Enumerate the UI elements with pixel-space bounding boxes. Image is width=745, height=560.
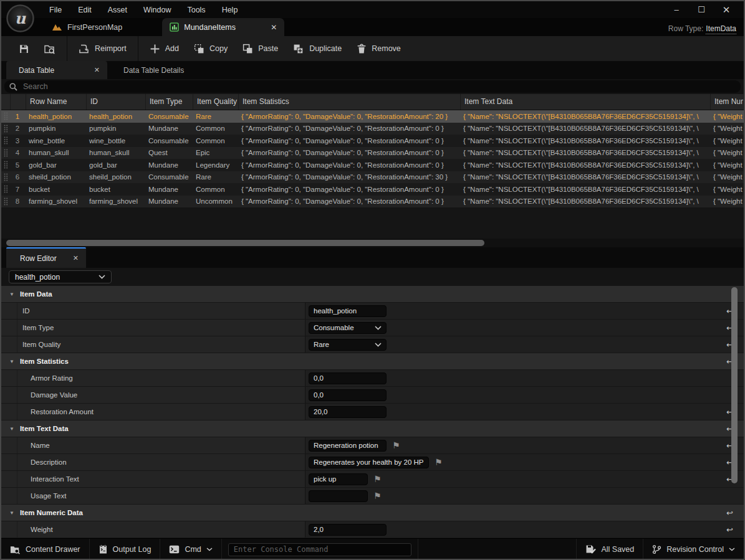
row-drag-handle[interactable]: [1, 161, 10, 169]
tab-mundane-items[interactable]: MundaneItems ✕: [162, 18, 284, 36]
menu-window[interactable]: Window: [135, 2, 179, 17]
property-label-cell[interactable]: ▼ Usage Text: [1, 488, 305, 504]
property-value-widget[interactable]: 0,0: [309, 389, 387, 401]
row-drag-handle[interactable]: [1, 173, 10, 181]
row-type-link[interactable]: ItemData: [706, 24, 736, 34]
tab-row-editor[interactable]: Row Editor ✕: [6, 247, 86, 268]
copy-button[interactable]: Copy: [186, 36, 235, 61]
all-saved-button[interactable]: All Saved: [576, 539, 643, 560]
column-header-item-text-data[interactable]: Item Text Data: [461, 94, 711, 110]
menu-file[interactable]: File: [41, 2, 70, 17]
property-value-widget[interactable]: 0,0: [309, 373, 387, 384]
property-label-cell[interactable]: ▼ Item Statistics: [1, 353, 305, 369]
unreal-logo-icon[interactable]: u: [6, 4, 35, 33]
table-row[interactable]: 4 human_skull human_skull Quest Epic { "…: [1, 147, 744, 159]
add-row-button[interactable]: Add: [142, 36, 186, 61]
browse-to-asset-button[interactable]: [37, 36, 63, 61]
remove-button[interactable]: Remove: [349, 36, 408, 61]
menu-edit[interactable]: Edit: [70, 2, 100, 17]
search-input[interactable]: [22, 82, 736, 92]
horizontal-scrollbar-thumb[interactable]: [6, 240, 484, 246]
row-drag-handle[interactable]: [1, 112, 10, 120]
close-window-button[interactable]: ✕: [714, 1, 739, 18]
property-label-cell[interactable]: ▼ Interaction Text: [1, 471, 305, 487]
property-label-cell[interactable]: ▼ Item Quality: [1, 336, 305, 353]
console-command-input[interactable]: [228, 543, 411, 556]
localization-flag-icon[interactable]: ⚑: [392, 441, 400, 450]
table-row[interactable]: 5 gold_bar gold_bar Mundane Legendary { …: [1, 159, 744, 171]
table-row[interactable]: 7 bucket bucket Mundane Common { "ArmorR…: [1, 183, 744, 196]
property-value-widget[interactable]: Regeneration potion: [309, 440, 387, 452]
reset-to-default-icon[interactable]: ↩: [726, 508, 733, 518]
property-label-cell[interactable]: ▼ Description: [1, 454, 305, 470]
row-drag-handle[interactable]: [1, 185, 10, 193]
revision-control-button[interactable]: Revision Control: [643, 539, 744, 560]
property-label-cell[interactable]: ▼ ID: [1, 303, 305, 319]
property-value-widget[interactable]: 20,0: [309, 406, 387, 418]
property-value-widget[interactable]: [309, 490, 368, 502]
output-log-button[interactable]: Output Log: [90, 539, 161, 560]
property-value-widget[interactable]: Regenerates your health by 20 HP: [309, 457, 429, 468]
column-header-item-statistics[interactable]: Item Statistics: [239, 94, 461, 110]
save-button[interactable]: [11, 36, 37, 61]
property-label-cell[interactable]: ▼ Name: [1, 437, 305, 453]
paste-button[interactable]: Paste: [235, 36, 286, 61]
property-label-cell[interactable]: ▼ Restoration Amount: [1, 404, 305, 420]
tab-data-table-details[interactable]: Data Table Details: [107, 61, 200, 79]
property-label-cell[interactable]: ▼ Damage Value: [1, 387, 305, 403]
row-drag-handle[interactable]: [1, 125, 10, 133]
maximize-button[interactable]: ☐: [689, 1, 714, 18]
tab-level[interactable]: FirstPersonMap: [45, 18, 130, 36]
search-box[interactable]: [4, 80, 741, 93]
property-label-cell[interactable]: ▼ Weight: [1, 521, 305, 538]
property-label-cell[interactable]: ▼ Item Numeric Data: [1, 505, 305, 521]
menu-help[interactable]: Help: [214, 2, 246, 17]
property-label-cell[interactable]: ▼ Armor Rating: [1, 370, 305, 386]
vertical-scrollbar-thumb[interactable]: [731, 287, 738, 483]
property-label-cell[interactable]: ▼ Item Data: [1, 286, 305, 302]
content-drawer-button[interactable]: Content Drawer: [1, 539, 90, 560]
cmd-selector[interactable]: Cmd: [160, 539, 221, 560]
close-row-editor-tab-icon[interactable]: ✕: [73, 254, 79, 262]
property-value-widget[interactable]: pick up: [309, 473, 368, 485]
row-drag-handle[interactable]: [1, 136, 10, 145]
menu-asset[interactable]: Asset: [100, 2, 135, 17]
reset-to-default-icon[interactable]: ↩: [726, 525, 733, 534]
row-drag-handle[interactable]: [1, 149, 10, 157]
property-value-widget[interactable]: Consumable: [309, 322, 387, 334]
collapse-arrow-icon[interactable]: ▼: [9, 426, 14, 432]
horizontal-scrollbar[interactable]: [1, 239, 744, 247]
column-header-row-name[interactable]: Row Name: [26, 94, 87, 110]
table-row[interactable]: 2 pumpkin pumpkin Mundane Common { "Armo…: [1, 123, 744, 135]
localization-flag-icon[interactable]: ⚑: [373, 491, 382, 500]
menu-tools[interactable]: Tools: [179, 2, 213, 17]
property-value-widget[interactable]: 2,0: [309, 524, 387, 536]
collapse-arrow-icon[interactable]: ▼: [9, 510, 14, 516]
row-select-dropdown[interactable]: health_potion: [9, 270, 112, 283]
localization-flag-icon[interactable]: ⚑: [373, 475, 382, 483]
table-row[interactable]: 6 sheild_potion sheild_potion Consumable…: [1, 171, 744, 184]
column-header-item-numeric-data[interactable]: Item Numeric Data: [711, 94, 744, 110]
property-value-widget[interactable]: Rare: [309, 339, 387, 351]
column-header-item-quality[interactable]: Item Quality: [193, 94, 239, 110]
reimport-button[interactable]: Reimport: [71, 36, 134, 61]
cell-id: pumpkin: [85, 125, 145, 132]
collapse-arrow-icon[interactable]: ▼: [9, 292, 14, 297]
row-drag-handle[interactable]: [1, 197, 10, 206]
property-label-cell[interactable]: ▼ Item Text Data: [1, 420, 305, 437]
table-row[interactable]: 3 wine_bottle wine_bottle Consumable Com…: [1, 135, 744, 147]
minimize-button[interactable]: –: [664, 1, 689, 18]
table-row[interactable]: 1 health_potion health_potion Consumable…: [1, 110, 744, 123]
table-row[interactable]: 8 farming_shovel farming_shovel Mundane …: [1, 196, 744, 208]
close-panel-tab-icon[interactable]: ✕: [94, 66, 100, 74]
panel-tab-bar: Data Table ✕ Data Table Details: [1, 61, 744, 79]
property-value-widget[interactable]: health_potion: [309, 305, 387, 317]
column-header-item-type[interactable]: Item Type: [146, 94, 193, 110]
close-asset-tab-icon[interactable]: ✕: [271, 23, 277, 32]
localization-flag-icon[interactable]: ⚑: [435, 458, 443, 467]
collapse-arrow-icon[interactable]: ▼: [9, 359, 14, 364]
column-header-id[interactable]: ID: [87, 94, 146, 110]
tab-data-table[interactable]: Data Table ✕: [6, 61, 107, 79]
duplicate-button[interactable]: Duplicate: [286, 36, 349, 61]
property-label-cell[interactable]: ▼ Item Type: [1, 320, 305, 336]
